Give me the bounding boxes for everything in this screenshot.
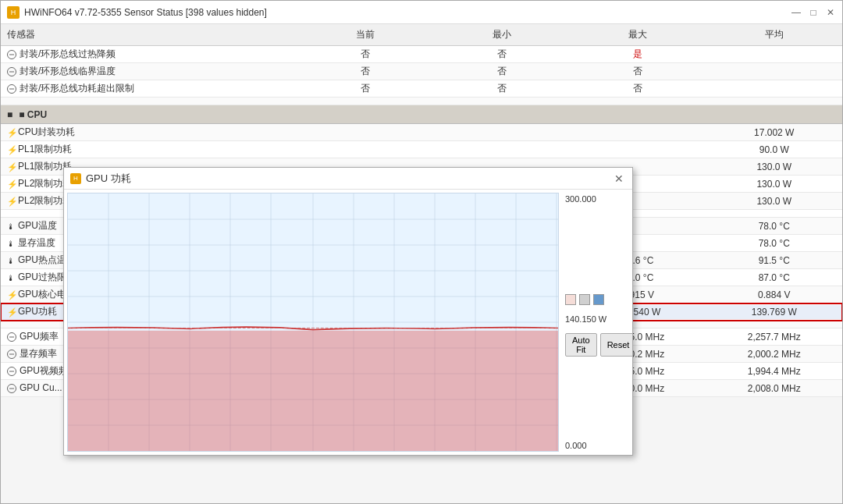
cell-current — [297, 131, 434, 134]
cell-avg: 1,994.4 MHz — [706, 364, 843, 378]
minus-icon — [7, 84, 16, 94]
cell-min: 否 — [434, 46, 571, 62]
chart-sidebar: 300.000 140.150 W Auto Fit Reset 0.000 — [562, 190, 632, 455]
cell-avg — [706, 53, 843, 56]
cell-label: CPU封装功耗 — [1, 124, 297, 140]
cell-blank — [706, 212, 843, 215]
app-icon: H — [7, 6, 20, 19]
cell-avg: 90.0 W — [706, 143, 843, 157]
chart-checkbox-1[interactable] — [565, 294, 576, 305]
cell-min — [434, 148, 571, 151]
minus-icon — [7, 350, 16, 359]
cell-label: 封装/环形总线功耗超出限制 — [1, 80, 297, 97]
table-row: CPU封装功耗 17.002 W — [1, 124, 842, 141]
popup-title-bar: H GPU 功耗 ✕ — [64, 168, 632, 190]
bolt-icon — [7, 289, 15, 300]
chart-label-top: 300.000 — [565, 194, 629, 204]
cell-max: 否 — [570, 63, 706, 80]
table-row-blank — [1, 98, 842, 105]
cell-avg: 78.0 °C — [706, 236, 843, 250]
maximize-button[interactable]: □ — [808, 7, 819, 18]
table-row: 封装/环形总线功耗超出限制 否 否 否 — [1, 80, 842, 98]
minus-icon — [7, 67, 16, 76]
chart-label-bot: 0.000 — [565, 441, 629, 450]
bolt-icon — [7, 196, 15, 207]
minus-icon — [7, 332, 16, 342]
popup-app-icon: H — [70, 173, 81, 184]
cell-min: 否 — [434, 80, 571, 97]
bolt-icon — [7, 179, 15, 190]
cell-avg — [706, 70, 843, 73]
cell-blank — [706, 113, 843, 116]
temp-icon — [7, 238, 15, 249]
col-max: 最大 — [570, 26, 706, 44]
cell-min: 否 — [434, 63, 571, 80]
section-label: ■ ■ CPU — [1, 108, 297, 122]
window-title: HWiNFO64 v7.72-5355 Sensor Status [398 v… — [24, 7, 267, 18]
chart-checkboxes — [565, 294, 629, 305]
cell-avg: 17.002 W — [706, 126, 843, 140]
cell-max: 是 — [570, 46, 706, 62]
cell-label: 封装/环形总线临界温度 — [1, 63, 297, 80]
chart-area — [67, 193, 559, 452]
cell-current — [297, 148, 434, 151]
col-avg: 平均 — [706, 26, 843, 44]
auto-fit-button[interactable]: Auto Fit — [565, 333, 597, 357]
cell-avg: 87.0 °C — [706, 271, 843, 285]
close-button[interactable]: ✕ — [825, 7, 836, 18]
cell-avg: 130.0 W — [706, 194, 843, 208]
col-min: 最小 — [434, 26, 571, 44]
cell-avg: 2,000.2 MHz — [706, 347, 843, 361]
main-window: H HWiNFO64 v7.72-5355 Sensor Status [398… — [0, 0, 843, 504]
section-header-cpu: ■ ■ CPU — [1, 105, 842, 124]
cell-label: PL1限制功耗 — [1, 141, 297, 158]
cell-avg: 78.0 °C — [706, 219, 843, 233]
chart-checkbox-2[interactable] — [579, 294, 590, 305]
bolt-icon — [7, 127, 15, 138]
cell-avg: 130.0 W — [706, 160, 843, 174]
table-row: PL1限制功耗 90.0 W — [1, 141, 842, 158]
cell-min — [434, 131, 571, 134]
popup-close-button[interactable]: ✕ — [612, 172, 626, 186]
cell-current: 否 — [297, 46, 434, 62]
title-bar-left: H HWiNFO64 v7.72-5355 Sensor Status [398… — [7, 6, 267, 19]
cell-avg: 2,257.7 MHz — [706, 330, 843, 344]
cell-max — [570, 131, 706, 134]
cell-current: 否 — [297, 80, 434, 97]
chart-label-mid: 140.150 W — [565, 314, 629, 324]
table-row: 封装/环形总线临界温度 否 否 否 — [1, 63, 842, 80]
cpu-label: ■ CPU — [19, 109, 47, 120]
cell-avg — [706, 87, 843, 91]
bolt-icon — [7, 161, 15, 172]
table-area: 封装/环形总线过热降频 否 否 是 封装/环形总线临界温度 否 否 否 — [1, 46, 842, 503]
popup-title-left: H GPU 功耗 — [70, 172, 131, 186]
minus-icon — [7, 384, 16, 393]
temp-icon — [7, 272, 15, 283]
cell-blank — [570, 113, 706, 116]
col-sensor: 传感器 — [1, 26, 297, 44]
cell-blank — [706, 100, 843, 103]
minimize-button[interactable]: — — [791, 7, 802, 18]
cell-avg: 130.0 W — [706, 177, 843, 191]
cell-max: 否 — [570, 80, 706, 97]
chart-checkbox-3[interactable] — [593, 294, 604, 305]
cell-avg: 0.884 V — [706, 288, 843, 302]
temp-icon — [7, 255, 15, 266]
title-bar: H HWiNFO64 v7.72-5355 Sensor Status [398… — [1, 1, 842, 24]
minus-icon — [7, 367, 16, 376]
cell-blank — [570, 100, 706, 103]
chart-buttons: Auto Fit Reset — [565, 333, 629, 357]
cell-current: 否 — [297, 63, 434, 80]
cell-avg: 139.769 W — [706, 305, 843, 319]
cell-blank — [297, 100, 434, 103]
col-current: 当前 — [297, 26, 434, 44]
gpu-power-popup: H GPU 功耗 ✕ — [63, 167, 633, 456]
cell-blank — [297, 113, 434, 116]
cell-blank — [434, 113, 571, 116]
temp-icon — [7, 221, 15, 232]
reset-button[interactable]: Reset — [600, 333, 632, 357]
bolt-icon — [7, 144, 15, 155]
table-row: 封装/环形总线过热降频 否 否 是 — [1, 46, 842, 63]
minus-icon — [7, 50, 16, 59]
window-controls: — □ ✕ — [791, 7, 836, 18]
